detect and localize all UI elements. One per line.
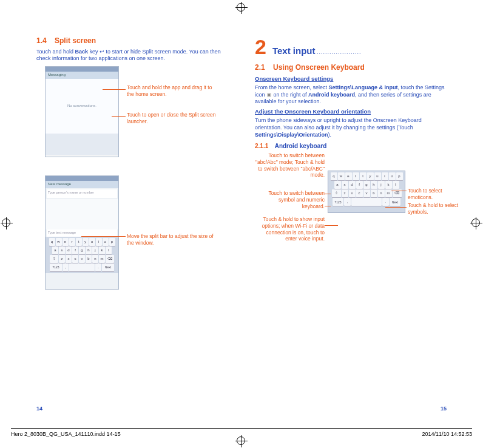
callout-drag-app: Touch and hold the app and drag it to th… — [127, 84, 218, 97]
kb-space-key — [351, 198, 382, 206]
section-1-4-heading: 1.4 Split screen — [36, 36, 231, 46]
screenshot-split-1: Messaging No conversations. Touch and ho… — [45, 66, 231, 160]
annot-input-options: Touch & hold to show input options; when… — [255, 216, 325, 242]
para-orientation: Turn the phone sideways or upright to ad… — [255, 117, 449, 138]
kb-symbol-key: ?123 — [333, 198, 343, 206]
kb-key: z — [342, 189, 348, 197]
kb-next-key: Next — [102, 263, 114, 271]
kb-key: c — [356, 189, 363, 197]
section-number: 2.1.1 — [255, 143, 268, 149]
section-1-4-intro: Touch and hold Back key ↩ to start or hi… — [36, 49, 231, 63]
kb-key: s — [342, 181, 348, 189]
kb-period-key: . — [382, 198, 389, 206]
kb-key: w — [56, 238, 62, 246]
section-number: 1.4 — [36, 36, 47, 45]
app-header: New message — [46, 181, 118, 188]
page-number-right: 15 — [441, 406, 447, 412]
kb-key: y — [83, 238, 89, 246]
kb-key: u — [374, 172, 381, 180]
kb-key: n — [378, 189, 385, 197]
kb-key: m — [99, 255, 105, 263]
chapter-heading: 2 Text input ..................... — [255, 36, 449, 57]
annot-emoticons: Touch to select emoticons. — [408, 188, 462, 200]
kb-row-4: ?123 , . Next — [47, 263, 117, 271]
leader-line — [325, 225, 338, 226]
indd-timestamp: 2014/11/10 14:52:53 — [422, 431, 472, 437]
kb-space-key — [69, 263, 95, 271]
registration-mark — [2, 219, 10, 227]
leader-line — [103, 89, 126, 90]
kb-key: y — [367, 172, 374, 180]
right-page: 2 Text input ..................... 2.1 U… — [255, 36, 449, 300]
callout-open-close: Touch to open or close the Split screen … — [127, 112, 218, 124]
section-title: Android keyboard — [275, 143, 327, 149]
kb-row-4: ?123 , . Next — [329, 198, 404, 206]
split-launcher-area — [46, 134, 118, 155]
keyboard-diagram: Touch to switch between "abc/Abc" mode; … — [255, 152, 449, 262]
chapter-title: Text input — [272, 46, 316, 56]
kb-key: q — [49, 238, 55, 246]
status-bar — [46, 67, 118, 72]
leader-line — [112, 116, 126, 117]
recipient-input: Type person's name or number — [47, 189, 117, 198]
chapter-number: 2 — [255, 36, 266, 57]
kb-key: k — [385, 181, 392, 189]
kb-key: h — [86, 246, 92, 254]
callout-split-bar: Move the split bar to adjust the size of… — [127, 233, 218, 246]
kb-key: c — [72, 255, 78, 263]
kb-key: v — [79, 255, 85, 263]
section-title: Split screen — [55, 36, 96, 45]
kb-key: o — [389, 172, 396, 180]
kb-key: p — [396, 172, 403, 180]
kb-key: l — [393, 181, 399, 189]
kb-key: m — [385, 189, 392, 197]
annot-symbols: Touch & hold to select symbols. — [408, 202, 462, 215]
kb-key: f — [356, 181, 363, 189]
annot-shift-mode: Touch to switch between "abc/Abc" mode; … — [255, 152, 325, 178]
kb-key: a — [334, 181, 341, 189]
split-gap — [46, 199, 118, 229]
leader-line — [391, 191, 407, 191]
section-2-1-1-heading: 2.1.1 Android keyboard — [255, 142, 449, 150]
leader-line — [325, 194, 331, 194]
kb-key: j — [92, 246, 98, 254]
kb-key: z — [59, 255, 65, 263]
kb-key: d — [66, 246, 72, 254]
kb-period-key: . — [95, 263, 101, 271]
settings-icon — [266, 92, 272, 98]
annot-symbol-switch: Touch to switch between symbol and numer… — [255, 190, 325, 209]
kb-comma-key: , — [62, 263, 69, 271]
indd-filename: Hero 2_8030B_QG_USA_141110.indd 14-15 — [11, 431, 121, 437]
subheading-keyboard-settings: Onscreen Keyboard settings — [255, 75, 449, 83]
registration-mark — [237, 3, 245, 12]
kb-key: j — [378, 181, 385, 189]
kb-row-2: a s d f g h j k l — [47, 246, 117, 254]
kb-delete-key: ⌫ — [106, 255, 114, 263]
section-2-1-heading: 2.1 Using Onscreen Keyboard — [255, 63, 449, 73]
para-keyboard-settings: From the home screen, select Settings\La… — [255, 84, 449, 106]
kb-row-1: q w e r t y u i o p — [47, 238, 117, 246]
left-page: 1.4 Split screen Touch and hold Back key… — [36, 36, 231, 300]
kb-shift-key: ⇧ — [332, 189, 341, 197]
section-number: 2.1 — [255, 63, 265, 72]
page-spread: 1.4 Split screen Touch and hold Back key… — [0, 0, 483, 312]
kb-key: b — [86, 255, 92, 263]
kb-key: n — [92, 255, 98, 263]
leader-line — [81, 236, 126, 237]
leader-line — [325, 206, 331, 206]
kb-key: t — [360, 172, 366, 180]
kb-key: i — [382, 172, 388, 180]
kb-key: b — [371, 189, 377, 197]
back-key-icon: ↩ — [100, 49, 104, 56]
page-number-left: 14 — [36, 406, 42, 412]
kb-key: r — [69, 238, 75, 246]
kb-key: t — [76, 238, 82, 246]
kb-next-key: Next — [390, 198, 400, 206]
kb-key: d — [349, 181, 356, 189]
print-footer: Hero 2_8030B_QG_USA_141110.indd 14-15 20… — [11, 428, 472, 437]
kb-key: h — [371, 181, 377, 189]
kb-key: p — [109, 238, 115, 246]
kb-key: g — [363, 181, 370, 189]
status-bar — [46, 176, 118, 181]
kb-key: l — [106, 246, 112, 254]
